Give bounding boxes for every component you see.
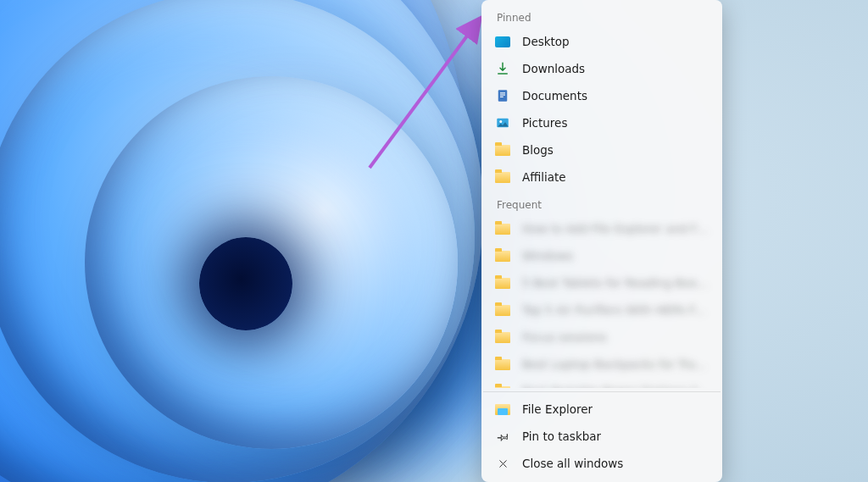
folder-icon <box>495 221 510 236</box>
frequent-item-label: Best Laptop Backpacks for Travel <box>522 357 709 371</box>
svg-rect-1 <box>500 92 505 93</box>
pinned-item-affiliate[interactable]: Affiliate <box>481 163 722 191</box>
pinned-item-downloads[interactable]: Downloads <box>481 55 722 82</box>
frequent-item-label: Best Portable Power Stations You Sh… <box>522 385 709 388</box>
folder-icon <box>495 169 510 185</box>
pinned-item-label: Downloads <box>522 62 585 75</box>
file-explorer-jumplist: Pinned Desktop Downloads Documents Pictu… <box>481 0 722 482</box>
frequent-section-header: Frequent <box>481 191 722 215</box>
pinned-item-label: Documents <box>522 89 587 102</box>
pinned-item-label: Blogs <box>522 143 554 157</box>
command-label: Pin to taskbar <box>522 429 601 443</box>
frequent-item[interactable]: Best Portable Power Stations You Sh… <box>481 378 722 388</box>
svg-rect-0 <box>498 90 508 102</box>
pinned-section-header: Pinned <box>481 3 722 28</box>
documents-icon <box>495 88 510 103</box>
wallpaper-core <box>199 237 292 330</box>
svg-point-5 <box>499 120 502 123</box>
command-pin-to-taskbar[interactable]: Pin to taskbar <box>481 423 722 450</box>
pinned-item-label: Desktop <box>522 35 570 48</box>
pinned-item-documents[interactable]: Documents <box>481 82 722 109</box>
frequent-item-label: How to Add File Explorer and Folder… <box>522 222 709 235</box>
menu-divider <box>483 391 721 392</box>
pinned-item-blogs[interactable]: Blogs <box>481 136 722 163</box>
pinned-item-label: Affiliate <box>522 170 566 184</box>
svg-rect-3 <box>500 97 504 97</box>
frequent-item[interactable]: 5 Best Tablets for Reading Books an… <box>481 269 722 296</box>
frequent-item-label: 5 Best Tablets for Reading Books an… <box>522 276 709 290</box>
downloads-icon <box>495 61 510 76</box>
desktop-wallpaper <box>0 0 868 482</box>
folder-icon <box>495 384 510 388</box>
command-label: Close all windows <box>522 457 623 470</box>
frequent-item[interactable]: Top 5 Air Purifiers With HEPA Filter <box>481 296 722 324</box>
desktop-icon <box>495 34 510 49</box>
folder-icon <box>495 275 510 291</box>
pin-icon <box>495 429 510 444</box>
file-explorer-icon <box>495 402 510 417</box>
frequent-item-label: Windows <box>522 249 573 263</box>
folder-icon <box>495 248 510 263</box>
folder-icon <box>495 330 510 345</box>
frequent-item[interactable]: Focus sessions <box>481 324 722 351</box>
command-open-file-explorer[interactable]: File Explorer <box>481 396 722 423</box>
folder-icon <box>495 302 510 318</box>
frequent-item[interactable]: Best Laptop Backpacks for Travel <box>481 351 722 378</box>
svg-rect-2 <box>500 95 505 96</box>
pictures-icon <box>495 115 510 130</box>
folder-icon <box>495 357 510 372</box>
frequent-item-label: Top 5 Air Purifiers With HEPA Filter <box>522 303 709 317</box>
frequent-item[interactable]: Windows <box>481 242 722 269</box>
frequent-item[interactable]: How to Add File Explorer and Folder… <box>481 215 722 242</box>
command-close-all-windows[interactable]: Close all windows <box>481 450 722 477</box>
pinned-item-label: Pictures <box>522 116 567 130</box>
pinned-item-pictures[interactable]: Pictures <box>481 109 722 136</box>
pinned-item-desktop[interactable]: Desktop <box>481 28 722 55</box>
folder-icon <box>495 142 510 158</box>
frequent-item-label: Focus sessions <box>522 330 607 344</box>
command-label: File Explorer <box>522 402 593 416</box>
close-icon <box>495 456 510 471</box>
